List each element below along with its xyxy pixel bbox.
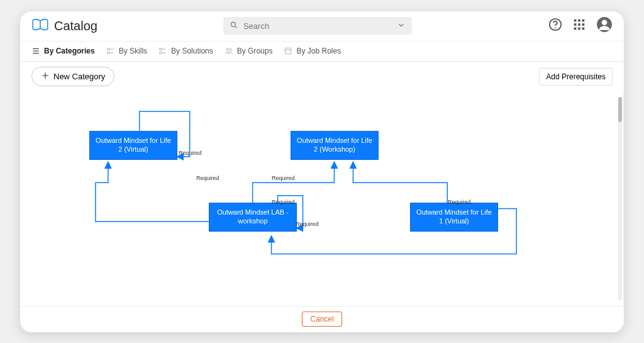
svg-rect-7 [574,23,577,26]
svg-rect-23 [160,52,162,53]
tab-by-categories[interactable]: By Categories [31,47,95,55]
svg-point-3 [555,28,556,29]
footer: Cancel [20,306,624,332]
svg-line-1 [235,26,237,28]
page-title: Catalog [54,19,97,33]
svg-rect-5 [578,20,580,22]
search-placeholder: Search [243,21,269,31]
avatar-icon[interactable] [596,16,613,35]
new-category-button[interactable]: New Category [31,67,114,86]
skills-icon [106,47,115,55]
edge-layer [20,92,623,306]
node-title: Outward Mindset LAB - workshop [213,208,292,226]
tab-label: By Groups [237,47,273,55]
list-icon [31,47,40,55]
groups-icon [225,47,233,55]
cancel-button[interactable]: Cancel [302,312,341,327]
edge-label: Required [179,150,202,156]
svg-rect-4 [574,20,577,22]
header-icons [548,16,613,35]
tab-by-solutions[interactable]: By Solutions [158,47,213,55]
svg-rect-6 [582,20,585,22]
diagram-canvas[interactable]: Outward Mindset for Life 2 (Virtual) Out… [20,92,624,306]
svg-rect-9 [582,23,585,26]
chevron-down-icon[interactable] [397,21,406,31]
svg-rect-11 [578,28,580,30]
diagram-node[interactable]: Outward Mindset for Life 2 (Virtual) [89,131,177,160]
tab-label: By Skills [119,47,147,55]
search-input[interactable]: Search [223,17,412,35]
svg-point-14 [602,20,608,25]
add-prerequisites-button[interactable]: Add Prerequisites [539,68,613,86]
svg-rect-18 [107,48,109,50]
svg-rect-22 [160,48,162,50]
svg-rect-19 [107,52,109,53]
brand: Catalog [31,18,97,33]
tab-by-job-roles[interactable]: By Job Roles [284,47,341,55]
edge-label: Required [272,175,295,181]
node-title: Outward Mindset for Life 2 (Workshop) [295,137,374,154]
solutions-icon [158,47,167,55]
svg-rect-28 [286,48,291,53]
header: Catalog Search [20,11,624,42]
tab-label: By Solutions [171,47,213,55]
search-icon [230,21,238,31]
tab-by-groups[interactable]: By Groups [225,47,273,55]
help-icon[interactable] [548,18,562,34]
tab-label: By Categories [44,47,95,55]
tab-by-skills[interactable]: By Skills [106,47,147,55]
toolbar: New Category Add Prerequisites [20,62,624,92]
plus-icon [41,71,50,82]
new-category-label: New Category [53,72,105,81]
diagram-node[interactable]: Outward Mindset for Life 1 (Virtual) [410,203,498,232]
apps-grid-icon[interactable] [572,18,586,34]
jobroles-icon [284,47,292,55]
tab-label: By Job Roles [296,47,341,55]
node-title: Outward Mindset for Life 2 (Virtual) [94,137,173,154]
filter-tabs: By Categories By Skills By Solutions By … [20,42,624,62]
scrollbar[interactable] [618,97,622,301]
svg-point-0 [231,22,235,26]
diagram-node[interactable]: Outward Mindset for Life 2 (Workshop) [291,131,379,160]
svg-point-27 [229,48,231,51]
svg-point-26 [226,48,229,51]
app-window: Catalog Search [20,11,624,332]
edge-label: Required [296,221,319,227]
diagram-node[interactable]: Outward Mindset LAB - workshop [209,203,297,232]
book-icon [31,18,49,33]
svg-rect-8 [578,23,580,26]
node-title: Outward Mindset for Life 1 (Virtual) [414,208,494,226]
svg-rect-10 [574,28,577,30]
svg-rect-12 [582,28,585,30]
edge-label: Required [196,175,219,181]
